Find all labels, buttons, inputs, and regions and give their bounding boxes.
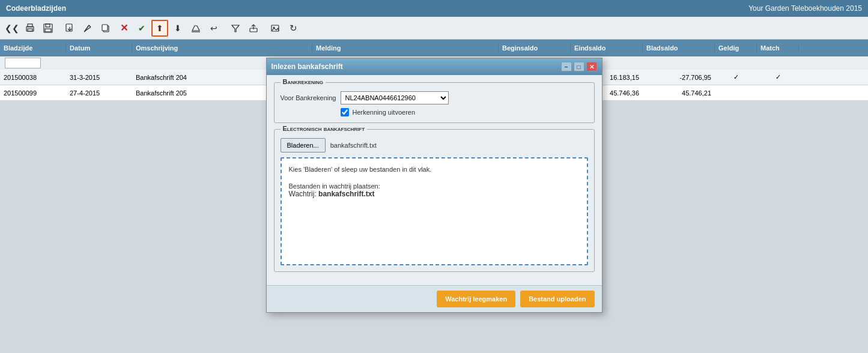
import-icon[interactable] [61,20,78,37]
filter-icon[interactable] [227,20,244,37]
file-name-label: bankafschrift.txt [330,142,377,149]
title-bar: Codeerbladzijden Your Garden Teleboekhou… [0,0,868,17]
copy-icon[interactable] [97,20,114,37]
dialog-minimize-button[interactable]: – [561,62,572,71]
svg-line-11 [84,31,85,32]
svg-rect-5 [45,29,51,32]
delete-icon[interactable]: ✕ [115,20,132,37]
dialog-close-button[interactable]: ✕ [586,62,597,71]
herkenning-row: Herkenning uitvoeren [341,108,588,116]
bankrekening-legend: Bankrekening [281,78,326,85]
print-icon[interactable] [22,20,38,37]
svg-rect-2 [28,29,32,31]
dialog-title-bar: Inlezen bankafschrift – □ ✕ [267,58,602,75]
bankrekening-section: Bankrekening Voor Bankrekening NL24ABNA0… [274,82,595,123]
electronisch-legend: Electronisch bankafschrift [281,125,368,132]
drop-zone-text2: Bestanden in wachtrij plaatsen: [289,183,580,190]
upload-button[interactable]: Bestand uploaden [520,291,594,307]
file-row: Bladeren... bankafschrift.txt [281,138,588,152]
herkenning-checkbox[interactable] [341,108,349,116]
dialog-footer: Wachtrij leegmaken Bestand uploaden [267,285,602,312]
download-icon[interactable]: ⬇ [169,20,186,37]
image-icon[interactable] [267,20,284,37]
herkenning-label: Herkenning uitvoeren [353,109,416,116]
clear-queue-button[interactable]: Wachtrij leegmaken [437,291,515,307]
toolbar: ❮❮ ✕ ✔ ⬆ ⬇ ↩ ↻ [0,17,868,40]
bankrekening-row: Voor Bankrekening NL24ABNA0446612960 [281,91,588,104]
drop-zone-text3: Wachtrij: bankafschrift.txt [289,190,580,198]
check-icon[interactable]: ✔ [133,20,150,37]
export-icon[interactable] [245,20,262,37]
account-select[interactable]: NL24ABNA0446612960 [341,91,449,104]
dialog-maximize-button[interactable]: □ [574,62,584,71]
drop-zone-filename: bankafschrift.txt [318,190,374,198]
clear-icon[interactable] [187,20,204,37]
drop-zone[interactable]: Kies 'Bladeren' of sleep uw bestanden in… [281,157,588,265]
svg-rect-13 [102,25,108,31]
svg-rect-4 [46,24,50,27]
electronisch-section: Electronisch bankafschrift Bladeren... b… [274,129,595,272]
drop-zone-text1: Kies 'Bladeren' of sleep uw bestanden in… [289,166,580,173]
voor-label: Voor Bankrekening [281,94,336,101]
upload-icon[interactable]: ⬆ [151,20,168,37]
edit-icon[interactable] [79,20,96,37]
bladeren-button[interactable]: Bladeren... [281,138,326,152]
dialog-body: Bankrekening Voor Bankrekening NL24ABNA0… [267,75,602,285]
dialog-title: Inlezen bankafschrift [272,62,343,71]
app-title: Codeerbladzijden [6,4,66,13]
dialog-controls: – □ ✕ [561,62,597,71]
back-icon[interactable]: ❮❮ [4,20,20,37]
svg-marker-16 [232,25,239,32]
save-icon[interactable] [40,20,56,37]
dialog: Inlezen bankafschrift – □ ✕ Bankrekening… [266,58,602,313]
undo-icon[interactable]: ↩ [205,20,222,37]
svg-marker-14 [192,26,199,31]
refresh-icon[interactable]: ↻ [285,20,302,37]
app-branding: Your Garden Teleboekhouden 2015 [748,4,862,13]
dialog-overlay: Inlezen bankafschrift – □ ✕ Bankrekening… [0,40,868,353]
drop-zone-prefix: Wachtrij: [289,190,319,198]
